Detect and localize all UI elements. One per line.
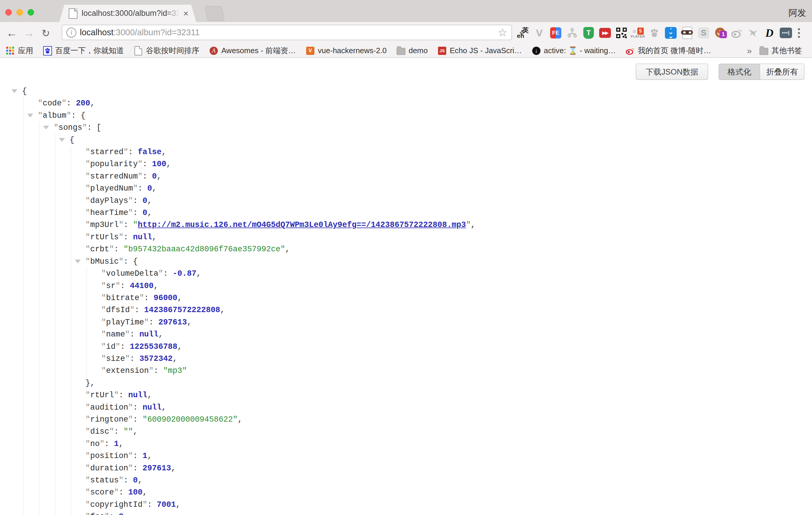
bookmark-label: Awesomes - 前端资…	[221, 46, 296, 56]
json-line: "dayPlays": 0,	[85, 195, 475, 207]
bookmark-item[interactable]: 谷歌按时间排序	[134, 46, 199, 56]
json-node: "duration": 297613,	[85, 462, 475, 475]
json-node: "disc": "",	[85, 426, 475, 438]
tab-close-icon[interactable]: ×	[183, 9, 188, 18]
password-dots-icon[interactable]: •••|	[780, 25, 792, 41]
mask-document-icon[interactable]	[681, 25, 693, 41]
translate-icon[interactable]: 英 en ⇄	[517, 25, 529, 41]
vue-icon: V	[306, 47, 315, 55]
json-url-link[interactable]: http://m2.music.126.net/mO4G5dQ7WPm3Le0l…	[138, 221, 466, 229]
hummingbird-icon[interactable]	[747, 25, 759, 41]
json-line: "code": 200,	[38, 97, 475, 110]
other-bookmarks-folder[interactable]: 其他书签	[759, 46, 802, 56]
folder-icon	[759, 47, 768, 55]
video-download-icon[interactable]: ▶▶	[599, 25, 611, 41]
json-line: "size": 3572342,	[101, 353, 475, 365]
json-line: "songs": [	[54, 122, 475, 134]
html5-player-icon[interactable]: ≋ 5 PLAYER	[632, 25, 644, 41]
json-node: "volumeDelta": -0.87,	[101, 268, 475, 280]
json-line: "sr": 44100,	[101, 280, 475, 292]
download-json-button[interactable]: 下载JSON数据	[636, 64, 708, 80]
zoom-window-button[interactable]	[28, 9, 34, 16]
bookmarks-overflow-chevron[interactable]: »	[747, 46, 752, 56]
json-line: "ringtone": "600902000009458622",	[85, 414, 475, 426]
json-node: "status": 0,	[85, 475, 475, 487]
minimize-window-button[interactable]	[17, 9, 23, 16]
other-bookmarks-label: 其他书签	[772, 46, 802, 56]
bookmark-item[interactable]: Vvue-hackernews-2.0	[306, 46, 387, 55]
onetab-icon[interactable]: •⌄⌄	[665, 25, 677, 41]
fehelper-icon[interactable]: FE	[550, 25, 562, 41]
awesomes-icon: A	[209, 47, 218, 55]
browser-tab[interactable]: localhost:3000/album?id=323 ×	[59, 5, 196, 22]
sitemap-icon[interactable]	[566, 25, 578, 41]
json-node: {"starred": false,"popularity": 100,"sta…	[69, 134, 475, 515]
collapse-toggle-icon[interactable]	[27, 114, 33, 117]
reload-button[interactable]: ↻	[38, 22, 53, 44]
url-path: :3000/album?id=32311	[113, 28, 200, 37]
close-window-button[interactable]	[5, 9, 12, 16]
collapse-toggle-icon[interactable]	[11, 89, 17, 93]
json-node: "mp3Url": "http://m2.music.126.net/mO4G5…	[85, 219, 475, 231]
json-line: "disc": "",	[85, 426, 475, 438]
bookmark-label: active: ⌛ - waiting…	[544, 46, 616, 55]
back-button[interactable]: ←	[4, 22, 19, 44]
collapse-toggle-icon[interactable]	[59, 138, 65, 142]
forward-button[interactable]: →	[21, 22, 36, 44]
json-line: "no": 1,	[85, 438, 475, 450]
bookmark-label: Echo JS - JavaScri…	[450, 46, 522, 55]
weibo-gray-icon[interactable]	[730, 25, 743, 41]
bookmark-star-icon[interactable]: ☆	[498, 26, 507, 39]
bookmark-item[interactable]: 应用	[6, 46, 33, 56]
json-node: "copyrightId": 7001,	[85, 499, 475, 511]
download-arrow-icon: ↓	[532, 47, 541, 55]
new-tab-button[interactable]	[205, 6, 225, 21]
json-line: "rtUrl": null,	[85, 389, 475, 401]
view-mode-segmented-control: 格式化 折叠所有	[719, 64, 804, 80]
json-line: "hearTime": 0,	[85, 207, 475, 219]
json-line: "duration": 297613,	[85, 462, 475, 475]
collapse-toggle-icon[interactable]	[75, 260, 81, 263]
bookmark-item[interactable]: AAwesomes - 前端资…	[209, 46, 296, 56]
folder-icon	[397, 47, 405, 55]
json-line: "playTime": 297613,	[101, 316, 475, 328]
bookmarks-bar: 应用 百度一下，你就知道谷歌按时间排序AAwesomes - 前端资…Vvue-…	[0, 44, 812, 58]
json-line: {	[22, 85, 475, 97]
json-node: "crbt": "b957432baaac42d8096f76ae357992c…	[85, 244, 475, 255]
json-line: "volumeDelta": -0.87,	[101, 268, 475, 280]
bookmark-item[interactable]: 百度一下，你就知道	[43, 46, 124, 56]
collapse-toggle-icon[interactable]	[43, 126, 49, 130]
json-node: {"code": 200,"album": {"songs": [{"starr…	[22, 85, 475, 515]
json-line: "popularity": 100,	[85, 158, 475, 170]
profile-name[interactable]: 阿发	[788, 7, 806, 19]
shield-t-icon[interactable]: T	[582, 25, 595, 41]
browser-menu-icon[interactable]	[798, 28, 800, 38]
d-letter-icon[interactable]: D	[763, 25, 776, 41]
bookmark-label: vue-hackernews-2.0	[318, 46, 387, 55]
bookmark-item[interactable]: JSEcho JS - JavaScri…	[438, 46, 522, 55]
json-line: "rtUrls": null,	[85, 231, 475, 244]
bookmark-item[interactable]: ↓active: ⌛ - waiting…	[532, 46, 616, 55]
json-node: "id": 1225536788,	[101, 341, 475, 353]
bookmark-item[interactable]: demo	[397, 46, 428, 55]
json-line: "mp3Url": "http://m2.music.126.net/mO4G5…	[85, 219, 475, 231]
json-node: "songs": [{"starred": false,"popularity"…	[54, 122, 475, 515]
page-icon	[134, 47, 143, 55]
tab-title: localhost:3000/album?id=323	[82, 9, 180, 18]
monkey-icon[interactable]: 1	[714, 25, 726, 41]
paw-icon[interactable]	[648, 25, 661, 41]
json-node: "bitrate": 96000,	[101, 292, 475, 304]
json-node: "popularity": 100,	[85, 158, 475, 170]
format-button[interactable]: 格式化	[719, 64, 760, 80]
address-bar[interactable]: i localhost:3000/album?id=32311 ☆	[62, 25, 512, 40]
qrcode-icon[interactable]	[615, 25, 628, 41]
json-node: "code": 200,	[38, 97, 475, 110]
collapse-all-button[interactable]: 折叠所有	[760, 64, 804, 80]
json-node: "dayPlays": 0,	[85, 195, 475, 207]
vue-devtools-icon[interactable]: V	[533, 25, 546, 41]
json-node: "name": null,	[101, 328, 475, 341]
bookmark-item[interactable]: 我的首页 微博-随时…	[626, 46, 711, 56]
apps-grid-icon	[6, 47, 15, 55]
page-info-icon[interactable]: i	[66, 28, 76, 37]
s-letter-icon[interactable]: S	[697, 25, 710, 41]
